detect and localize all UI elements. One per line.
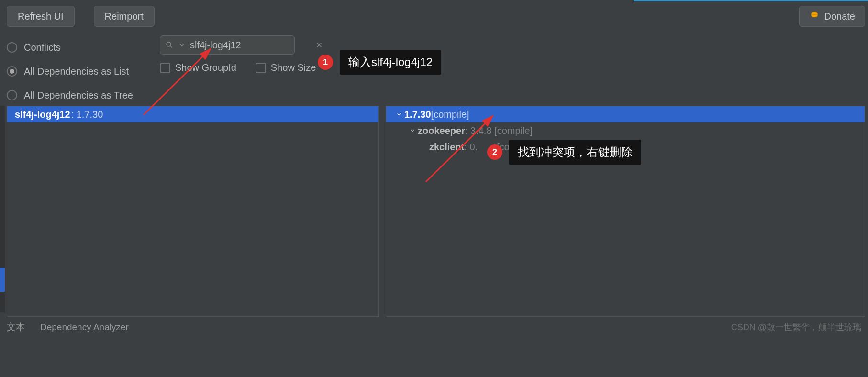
toolbar: Refresh UI Reimport xyxy=(7,6,155,27)
dependency-tree-panel[interactable]: 1.7.30 [compile] zookeeper : 3.4.8 [comp… xyxy=(386,106,865,317)
footer-tab-dep-analyzer[interactable]: Dependency Analyzer xyxy=(40,322,129,333)
tree-root-scope: [compile] xyxy=(431,109,469,120)
show-size-label: Show Size xyxy=(271,62,316,73)
dep-version: : 1.7.30 xyxy=(71,109,103,120)
radio-conflicts[interactable] xyxy=(7,42,17,53)
dependency-list-panel[interactable]: slf4j-log4j12 : 1.7.30 xyxy=(7,106,379,317)
checkbox-group: Show GroupId Show Size xyxy=(160,62,316,73)
panels: slf4j-log4j12 : 1.7.30 1.7.30 [compile] … xyxy=(7,106,865,317)
tree-row[interactable]: zookeeper : 3.4.8 [compile] xyxy=(386,122,865,139)
annotation-step-2: 2 找到冲突项，右键删除 xyxy=(487,140,641,165)
reimport-button[interactable]: Reimport xyxy=(94,6,155,27)
watermark: CSDN @散一世繁华，颠半世琉璃 xyxy=(731,322,861,333)
tree-child2-name: zkclient xyxy=(429,142,464,153)
step-badge-1: 1 xyxy=(318,55,333,70)
radio-all-list-label[interactable]: All Dependencies as List xyxy=(24,66,129,77)
tree-child1-name: zookeeper xyxy=(418,125,465,136)
radio-all-tree[interactable] xyxy=(7,90,17,100)
step-text-1: 输入slf4j-log4j12 xyxy=(340,50,441,75)
top-active-indicator xyxy=(634,0,868,1)
svg-line-3 xyxy=(170,46,172,48)
donate-button[interactable]: Donate xyxy=(799,6,866,27)
search-icon xyxy=(165,41,174,49)
chevron-down-icon[interactable] xyxy=(394,111,404,118)
tree-child2-rest-a: : 0. xyxy=(464,142,478,153)
radio-all-list[interactable] xyxy=(7,66,17,77)
donate-label: Donate xyxy=(824,11,856,22)
list-item[interactable]: slf4j-log4j12 : 1.7.30 xyxy=(7,106,378,122)
search-field[interactable] xyxy=(160,35,295,55)
footer-tab-text[interactable]: 文本 xyxy=(7,321,25,333)
step-text-2: 找到冲突项，右键删除 xyxy=(509,140,641,165)
step-badge-2: 2 xyxy=(487,144,502,160)
chevron-down-icon[interactable] xyxy=(407,127,418,134)
left-gutter-selection xyxy=(0,268,5,292)
annotation-step-1: 1 输入slf4j-log4j12 xyxy=(318,50,441,75)
refresh-ui-button[interactable]: Refresh UI xyxy=(7,6,75,27)
tree-child1-rest: : 3.4.8 [compile] xyxy=(465,125,533,136)
tree-root-version: 1.7.30 xyxy=(404,109,431,120)
tree-row-root[interactable]: 1.7.30 [compile] xyxy=(386,106,865,122)
show-groupid-checkbox[interactable]: Show GroupId xyxy=(160,62,236,73)
clear-icon[interactable] xyxy=(315,41,323,49)
checkbox-box xyxy=(256,63,266,73)
donate-icon xyxy=(809,10,820,23)
checkbox-box xyxy=(160,63,170,73)
dep-name: slf4j-log4j12 xyxy=(15,109,70,120)
radio-conflicts-label[interactable]: Conflicts xyxy=(24,42,61,53)
radio-all-tree-label[interactable]: All Dependencies as Tree xyxy=(24,90,133,101)
show-size-checkbox[interactable]: Show Size xyxy=(256,62,316,73)
show-groupid-label: Show GroupId xyxy=(175,62,236,73)
search-input[interactable] xyxy=(190,40,311,51)
svg-point-2 xyxy=(167,42,171,46)
chevron-down-icon[interactable] xyxy=(178,41,186,49)
